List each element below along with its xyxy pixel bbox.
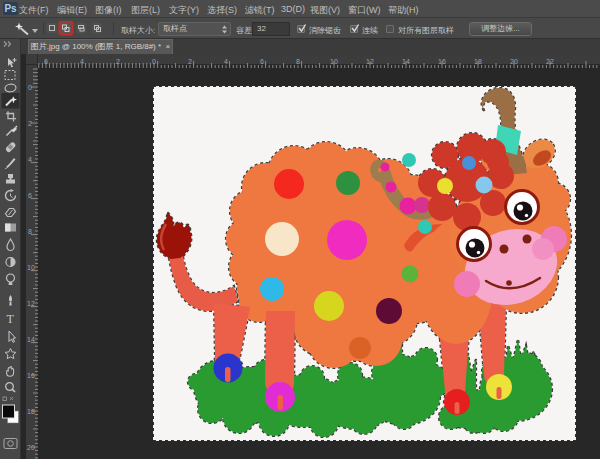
svg-text:18: 18 xyxy=(474,58,482,65)
svg-text:8: 8 xyxy=(28,228,32,235)
svg-text:4: 4 xyxy=(224,58,228,65)
svg-text:14: 14 xyxy=(27,336,35,343)
svg-text:6: 6 xyxy=(28,192,32,199)
svg-text:2: 2 xyxy=(28,120,32,127)
svg-text:T: T xyxy=(7,312,15,326)
svg-text:10: 10 xyxy=(27,264,35,271)
svg-text:8: 8 xyxy=(296,58,300,65)
svg-text:0: 0 xyxy=(28,84,32,91)
svg-text:0: 0 xyxy=(152,58,156,65)
svg-text:6: 6 xyxy=(44,58,48,65)
svg-text:22: 22 xyxy=(546,58,554,65)
svg-text:16: 16 xyxy=(27,372,35,379)
svg-text:2: 2 xyxy=(116,58,120,65)
svg-text:6: 6 xyxy=(260,58,264,65)
svg-text:2: 2 xyxy=(188,58,192,65)
svg-text:4: 4 xyxy=(80,58,84,65)
svg-text:10: 10 xyxy=(330,58,338,65)
svg-text:4: 4 xyxy=(28,156,32,163)
svg-text:16: 16 xyxy=(438,58,446,65)
svg-text:12: 12 xyxy=(366,58,374,65)
svg-text:20: 20 xyxy=(27,444,35,451)
svg-text:12: 12 xyxy=(27,300,35,307)
svg-text:18: 18 xyxy=(27,408,35,415)
svg-text:20: 20 xyxy=(510,58,518,65)
svg-text:14: 14 xyxy=(402,58,410,65)
